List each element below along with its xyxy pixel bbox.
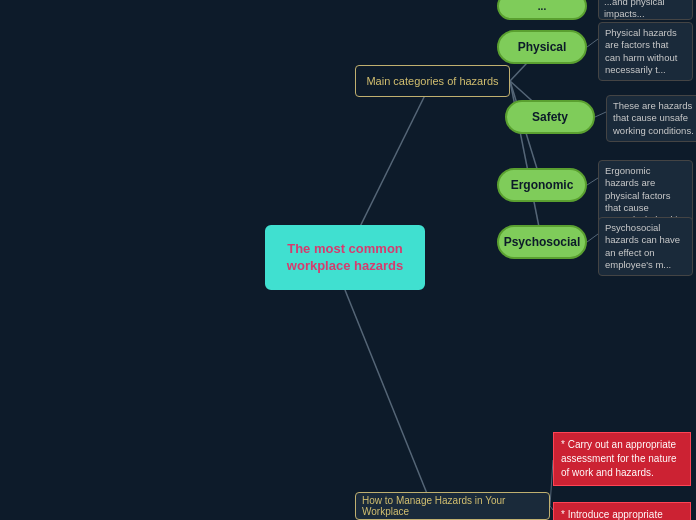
hazard-node-safety[interactable]: Safety [505, 100, 595, 134]
svg-line-8 [587, 234, 598, 242]
desc-psychosocial: Psychosocial hazards can have an effect … [598, 217, 693, 276]
action-box-2: * Introduce appropriate control measures… [553, 502, 691, 520]
hazard-node-physical[interactable]: Physical [497, 30, 587, 64]
hazard-node-ergonomic[interactable]: Ergonomic [497, 168, 587, 202]
svg-line-6 [595, 112, 606, 117]
svg-line-7 [587, 178, 598, 185]
central-node: The most common workplace hazards [265, 225, 425, 290]
desc-physical: Physical hazards are factors that can ha… [598, 22, 693, 81]
top-partial-node: ... [497, 0, 587, 20]
top-partial-desc: ...and physical impacts... [598, 0, 693, 20]
svg-line-9 [345, 290, 432, 506]
hub-node: Main categories of hazards [355, 65, 510, 97]
bottom-node[interactable]: How to Manage Hazards in Your Workplace [355, 492, 550, 520]
hazard-node-psychosocial[interactable]: Psychosocial [497, 225, 587, 259]
action-box-1: * Carry out an appropriate assessment fo… [553, 432, 691, 486]
desc-safety: These are hazards that cause unsafe work… [606, 95, 696, 142]
svg-line-5 [587, 39, 598, 47]
